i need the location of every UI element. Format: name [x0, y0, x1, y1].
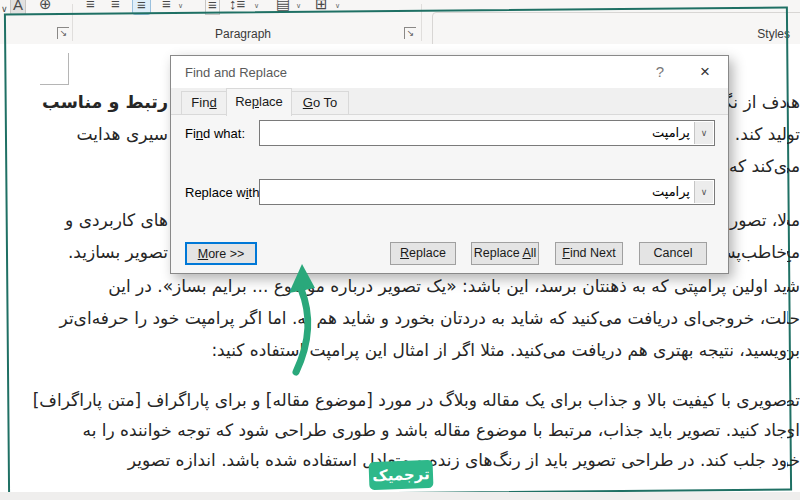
document-text-fragment-left: های کاربردی و: [8, 210, 168, 230]
clipped-text-edge-fragment: هد: [787, 92, 800, 112]
paragraph-dialog-launcher-icon[interactable]: ↘: [404, 27, 416, 39]
align-dropdown-icon[interactable]: ∨: [178, 2, 183, 10]
find-what-input[interactable]: پرامپت ∨: [259, 120, 715, 146]
document-text-line: جاد کنید. تصویر باید جذاب، مرتبط با موضو…: [83, 420, 787, 440]
document-text-line: لت، خروجی‌ای دریافت می‌کنید که شاید به د…: [60, 308, 788, 328]
align-right-icon[interactable]: ≡: [162, 0, 171, 13]
group-separator: [421, 4, 422, 41]
shading-icon[interactable]: ▤: [276, 0, 290, 13]
shading-dropdown-icon[interactable]: ∨: [296, 2, 301, 10]
replace-with-value: پرامپت: [652, 184, 690, 199]
paragraph-group-label: Paragraph: [213, 27, 273, 41]
document-text-line: ید اولین پرامپتی که به ذهنتان برسد، این …: [108, 276, 787, 296]
word-window: ∨ A ⊕ ≡ ≡ ≡ ≡ ∨ ≡ ↕≡ ∨ ▤ ∨ ⊞ ∨ ↘ Paragra…: [0, 0, 800, 500]
text-effects-icon[interactable]: A: [10, 0, 26, 15]
document-text-fragment-left: تصویر بسازید.: [8, 242, 168, 262]
clipped-text-edge-fragment: می: [787, 156, 800, 176]
find-what-label: Find what:: [185, 126, 245, 141]
find-what-dropdown-button[interactable]: ∨: [694, 122, 713, 144]
group-separator: [72, 4, 73, 41]
page-margin-corner-mark: [40, 53, 69, 85]
document-text-fragment-right: خاطب‌پسند: [729, 242, 787, 262]
align-left-icon[interactable]: ≡: [86, 0, 95, 13]
circle-plus-icon[interactable]: ⊕: [39, 0, 52, 13]
dialog-tabstrip: Find Replace Go To: [171, 88, 728, 115]
document-text-fragment-right: لید کند. د: [729, 124, 787, 144]
chevron-down-icon[interactable]: ∨: [1, 0, 8, 18]
document-text-fragment-right: لا، تصور ک: [729, 210, 787, 230]
close-icon[interactable]: ×: [689, 60, 721, 84]
document-text-line: صویری با کیفیت بالا و جذاب برای یک مقاله…: [33, 390, 787, 410]
styles-group-label: Styles: [740, 27, 790, 41]
document-text-fragment-left: سیری هدایت: [8, 124, 168, 144]
more-button[interactable]: More >>: [185, 242, 257, 265]
find-what-value: پرامپت: [652, 125, 690, 140]
document-text-fragment-left: رتبط و مناسب: [8, 92, 168, 112]
borders-dropdown-icon[interactable]: ∨: [335, 2, 340, 10]
align-justify-icon[interactable]: ≡: [132, 0, 151, 15]
borders-icon[interactable]: ⊞: [315, 0, 328, 13]
document-text-fragment-right: ی‌کند که پا: [729, 156, 787, 176]
cancel-button[interactable]: Cancel: [639, 242, 707, 265]
replace-all-button[interactable]: Replace All: [471, 242, 539, 265]
watermark-badge: ترجمیک: [369, 460, 434, 490]
line-spacing-icon[interactable]: ↕≡: [229, 0, 245, 13]
replace-button[interactable]: Replace: [390, 242, 456, 265]
clipped-text-edge-fragment: ای: [787, 420, 800, 440]
document-text-line: ود جلب کند. در طراحی تصویر باید از رنگ‌ه…: [128, 450, 787, 470]
font-dialog-launcher-icon[interactable]: ↘: [57, 27, 69, 39]
dialog-titlebar[interactable]: Find and Replace ? ×: [171, 56, 728, 88]
ribbon: ∨ A ⊕ ≡ ≡ ≡ ≡ ∨ ≡ ↕≡ ∨ ▤ ∨ ⊞ ∨ ↘ Paragra…: [0, 0, 800, 45]
screenshot-bottom-edge: [0, 492, 800, 500]
tab-go-to[interactable]: Go To: [291, 91, 349, 114]
chevron-down-icon: ∨: [701, 128, 708, 138]
tab-replace[interactable]: Replace: [226, 88, 292, 116]
clipped-text-edge-fragment: خو: [787, 450, 800, 470]
clipped-text-edge-fragment: شا: [787, 276, 800, 296]
replace-with-label: Replace with:: [185, 185, 263, 200]
find-next-button[interactable]: Find Next: [555, 242, 623, 265]
find-replace-dialog: Find and Replace ? × Find Replace Go To …: [170, 55, 729, 274]
clipped-text-edge-fragment: بن: [787, 340, 800, 360]
clipped-text-edge-fragment: حا: [787, 308, 800, 328]
replace-with-input[interactable]: پرامپت ∨: [259, 179, 715, 205]
dialog-title: Find and Replace: [185, 65, 287, 80]
distribute-icon[interactable]: ≡: [205, 0, 220, 15]
clipped-text-edge-fragment: تص: [787, 390, 800, 410]
clipped-text-edge-fragment: تو: [787, 124, 800, 144]
tab-find[interactable]: Find: [181, 91, 227, 114]
document-text-fragment-right: دف از نگار: [729, 92, 787, 112]
align-center-icon[interactable]: ≡: [111, 0, 120, 13]
clipped-text-edge-fragment: مث: [787, 210, 800, 230]
help-icon[interactable]: ?: [649, 63, 671, 83]
chevron-down-icon: ∨: [701, 187, 708, 197]
replace-with-dropdown-button[interactable]: ∨: [694, 181, 713, 203]
document-text-line: ویسید، نتیجه بهتری هم دریافت می‌کنید. مث…: [211, 340, 787, 360]
line-spacing-dropdown-icon[interactable]: ∨: [254, 2, 259, 10]
clipped-text-edge-fragment: مخ: [787, 242, 800, 262]
